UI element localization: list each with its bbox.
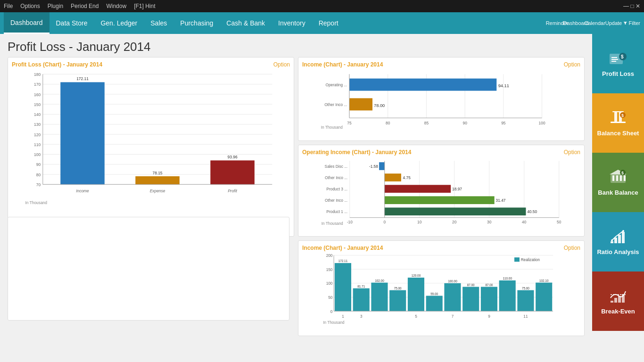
svg-text:81.71: 81.71 bbox=[357, 285, 365, 288]
profit-loss-button[interactable]: $ Profit Loss bbox=[592, 34, 644, 93]
svg-text:70: 70 bbox=[36, 182, 41, 187]
svg-text:100.00: 100.00 bbox=[448, 280, 457, 283]
menu-file[interactable]: File bbox=[4, 3, 13, 9]
income-chart-header: Income (Chart) - January 2014 Option bbox=[302, 61, 580, 68]
nav-report[interactable]: Report bbox=[312, 12, 345, 34]
monthly-bar-7 bbox=[462, 287, 479, 312]
svg-text:Other Inco ...: Other Inco ... bbox=[325, 175, 347, 180]
break-even-icon bbox=[609, 288, 627, 304]
bar-product3 bbox=[385, 185, 451, 193]
svg-rect-112 bbox=[514, 257, 520, 262]
monthly-bar-8 bbox=[481, 287, 497, 312]
bank-balance-button[interactable]: $ Bank Balance bbox=[592, 153, 644, 212]
svg-text:Other Inco ...: Other Inco ... bbox=[325, 198, 347, 203]
bar-product1 bbox=[385, 207, 526, 215]
svg-text:90: 90 bbox=[36, 162, 41, 167]
svg-text:40: 40 bbox=[522, 219, 527, 224]
svg-text:180: 180 bbox=[34, 72, 41, 77]
window-controls[interactable]: — □ ✕ bbox=[623, 3, 640, 9]
svg-rect-120 bbox=[612, 111, 624, 112]
svg-text:160: 160 bbox=[34, 92, 41, 97]
svg-text:Sales Disc ...: Sales Disc ... bbox=[325, 164, 348, 169]
filter-button[interactable]: Filter bbox=[623, 15, 640, 32]
menu-plugin[interactable]: Plugin bbox=[48, 3, 63, 9]
svg-text:1: 1 bbox=[342, 314, 344, 319]
svg-text:140: 140 bbox=[34, 112, 41, 117]
svg-text:110.00: 110.00 bbox=[503, 277, 512, 280]
bar-sales-disc bbox=[379, 162, 385, 170]
svg-text:40.50: 40.50 bbox=[527, 209, 537, 214]
profit-loss-chart-panel: Profit Loss (Chart) - January 2014 Optio… bbox=[8, 57, 294, 237]
op-income-axis-label: In Thousand bbox=[322, 221, 343, 226]
nav-cash-bank[interactable]: Cash & Bank bbox=[220, 12, 272, 34]
profit-loss-chart-header: Profit Loss (Chart) - January 2014 Optio… bbox=[12, 61, 290, 68]
profit-loss-icon: $ bbox=[609, 50, 627, 66]
menu-hint[interactable]: [F1] Hint bbox=[134, 3, 155, 9]
monthly-bar-10 bbox=[517, 290, 534, 311]
income-monthly-header: Income (Chart) - January 2014 Option bbox=[302, 245, 580, 251]
calendar-label: Calendar bbox=[584, 20, 605, 26]
monthly-bar-5 bbox=[426, 296, 443, 312]
svg-text:100: 100 bbox=[326, 282, 333, 286]
svg-rect-130 bbox=[620, 175, 622, 181]
profit-loss-chart-option[interactable]: Option bbox=[273, 61, 290, 68]
calendar-button[interactable]: Calendar bbox=[586, 15, 603, 32]
svg-text:Product 1 ...: Product 1 ... bbox=[326, 209, 347, 214]
svg-text:Expense: Expense bbox=[150, 189, 165, 193]
reminder-button[interactable]: Reminder bbox=[548, 15, 565, 32]
menu-bar: File Options Plugin Period End Window [F… bbox=[0, 0, 644, 12]
balance-sheet-button[interactable]: $ Balance Sheet bbox=[592, 93, 644, 153]
dashboard-button[interactable]: Dashboard bbox=[567, 15, 584, 32]
svg-text:11: 11 bbox=[523, 314, 528, 319]
svg-text:50: 50 bbox=[328, 296, 333, 300]
svg-text:100: 100 bbox=[34, 152, 41, 157]
operating-income-header: Operating Income (Chart) - January 2014 … bbox=[302, 149, 580, 156]
nav-actions: Reminder Dashboard Calendar Update Filte… bbox=[548, 15, 640, 32]
ratio-analysis-btn-label: Ratio Analysis bbox=[597, 248, 639, 255]
svg-text:80: 80 bbox=[386, 121, 390, 125]
nav-data-store[interactable]: Data Store bbox=[50, 12, 94, 34]
svg-text:87.00: 87.00 bbox=[485, 283, 493, 287]
income-monthly-panel: Income (Chart) - January 2014 Option 0 5… bbox=[298, 240, 585, 336]
right-sidebar: $ Profit Loss $ Balance Sheet bbox=[592, 34, 644, 362]
break-even-btn-label: Break-Even bbox=[601, 308, 635, 315]
income-monthly-panel bbox=[8, 217, 289, 321]
bar-profit bbox=[210, 160, 255, 184]
nav-sales[interactable]: Sales bbox=[144, 12, 173, 34]
menu-options[interactable]: Options bbox=[20, 3, 40, 9]
income-chart-title: Income (Chart) - January 2014 bbox=[302, 61, 383, 68]
income-monthly-option[interactable]: Option bbox=[564, 245, 580, 251]
svg-rect-129 bbox=[616, 175, 618, 181]
svg-text:90: 90 bbox=[463, 121, 468, 125]
svg-text:5: 5 bbox=[415, 314, 417, 319]
filter-label: Filter bbox=[629, 20, 640, 26]
update-button[interactable]: Update bbox=[604, 15, 621, 32]
svg-text:30: 30 bbox=[487, 219, 492, 224]
menu-period-end[interactable]: Period End bbox=[71, 3, 99, 9]
svg-text:75: 75 bbox=[347, 121, 352, 125]
break-even-button[interactable]: Break-Even bbox=[592, 272, 644, 331]
nav-purchasing[interactable]: Purchasing bbox=[173, 12, 220, 34]
svg-text:4.75: 4.75 bbox=[403, 175, 411, 180]
nav-inventory[interactable]: Inventory bbox=[272, 12, 312, 34]
income-chart-option[interactable]: Option bbox=[564, 61, 580, 68]
svg-rect-135 bbox=[614, 238, 617, 243]
svg-rect-121 bbox=[614, 112, 617, 122]
profit-loss-chart-svg: 180 170 160 150 140 130 120 110 100 90 8… bbox=[12, 70, 290, 206]
svg-text:95: 95 bbox=[501, 121, 506, 125]
svg-text:78.00: 78.00 bbox=[374, 103, 385, 108]
operating-income-option[interactable]: Option bbox=[564, 149, 580, 156]
svg-point-138 bbox=[611, 239, 613, 241]
nav-gen-ledger[interactable]: Gen. Ledger bbox=[94, 12, 144, 34]
nav-dashboard[interactable]: Dashboard bbox=[4, 12, 50, 34]
ratio-analysis-button[interactable]: Ratio Analysis bbox=[592, 212, 644, 272]
menu-window[interactable]: Window bbox=[106, 3, 126, 9]
svg-text:110: 110 bbox=[34, 142, 41, 147]
svg-text:200: 200 bbox=[326, 254, 333, 258]
monthly-bar-9 bbox=[499, 280, 516, 311]
svg-rect-134 bbox=[611, 241, 613, 243]
bar-operating bbox=[349, 79, 496, 91]
bank-balance-btn-label: Bank Balance bbox=[598, 189, 638, 196]
svg-text:87.00: 87.00 bbox=[467, 283, 475, 287]
svg-text:Profit: Profit bbox=[228, 189, 237, 193]
